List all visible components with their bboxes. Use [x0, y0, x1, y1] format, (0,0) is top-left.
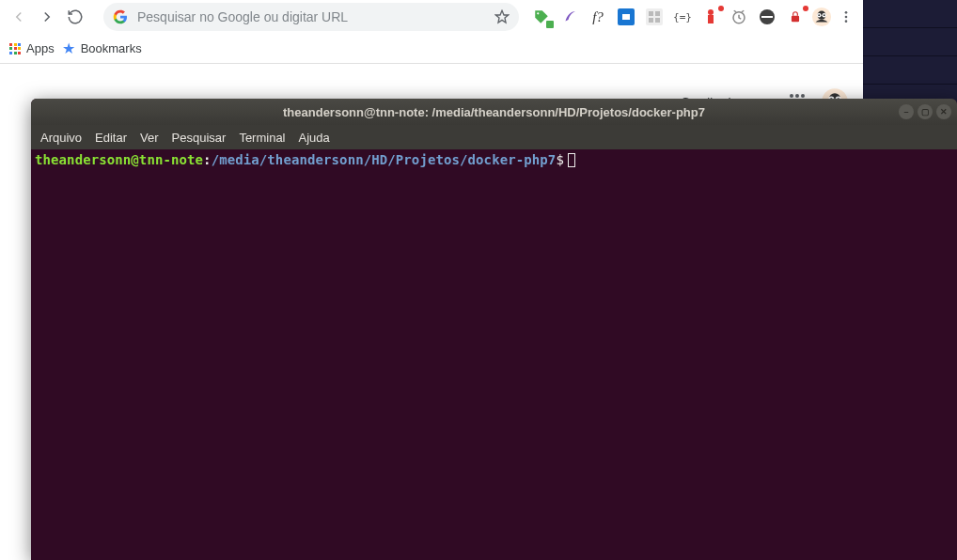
svg-rect-4	[649, 11, 653, 16]
svg-point-19	[824, 14, 825, 16]
prompt-path: /media/theandersonn/HD/Projetos/docker-p…	[212, 152, 557, 167]
apps-shortcut[interactable]: Apps	[9, 41, 55, 55]
menu-pesquisar[interactable]: Pesquisar	[172, 131, 227, 145]
window-controls: – ▢ ✕	[899, 104, 951, 119]
gray-grid-icon[interactable]	[645, 8, 664, 26]
minimize-button[interactable]: –	[899, 104, 914, 119]
green-tag-icon[interactable]	[532, 8, 551, 26]
forward-button[interactable]	[34, 4, 60, 30]
svg-rect-6	[649, 18, 653, 23]
svg-rect-3	[646, 8, 663, 25]
google-g-icon	[113, 9, 128, 24]
prompt-symbol: $	[556, 152, 564, 167]
omnibox[interactable]	[103, 3, 519, 31]
alarm-icon[interactable]	[730, 8, 748, 26]
maximize-button[interactable]: ▢	[918, 104, 933, 119]
braces-icon[interactable]: {=}	[673, 8, 692, 26]
bookmarks-label: Bookmarks	[81, 41, 142, 55]
svg-rect-12	[761, 16, 773, 18]
svg-rect-7	[655, 18, 660, 23]
terminal-cursor	[568, 153, 575, 167]
menu-ver[interactable]: Ver	[140, 131, 159, 145]
terminal-menubar: Arquivo Editar Ver Pesquisar Terminal Aj…	[31, 125, 957, 149]
menu-terminal[interactable]: Terminal	[239, 131, 285, 145]
red-lock-icon[interactable]	[786, 8, 805, 26]
svg-point-0	[537, 12, 539, 14]
terminal-body[interactable]: theandersonn@tnn-note:/media/theanderson…	[31, 149, 957, 560]
back-button[interactable]	[6, 4, 32, 30]
svg-point-20	[845, 11, 848, 14]
star-icon: ★	[62, 39, 75, 57]
close-button[interactable]: ✕	[936, 104, 951, 119]
blue-square-icon[interactable]	[617, 8, 635, 26]
svg-point-18	[818, 14, 820, 16]
svg-rect-2	[622, 14, 630, 20]
star-icon[interactable]	[494, 9, 510, 24]
svg-rect-5	[655, 11, 660, 16]
reload-button[interactable]	[62, 4, 88, 30]
svg-point-8	[708, 9, 714, 15]
red-figure-icon[interactable]	[701, 8, 720, 26]
bookmarks-shortcut[interactable]: ★ Bookmarks	[62, 39, 142, 57]
menu-ajuda[interactable]: Ajuda	[299, 131, 330, 145]
apps-icon	[9, 43, 21, 54]
terminal-window: theandersonn@tnn-note: /media/theanderso…	[31, 99, 957, 560]
omnibox-input[interactable]	[137, 9, 494, 24]
apps-label: Apps	[26, 41, 55, 55]
chrome-toolbar: f? {=}	[0, 0, 863, 34]
purple-feather-icon[interactable]	[560, 8, 579, 26]
svg-rect-9	[708, 15, 714, 23]
terminal-titlebar[interactable]: theandersonn@tnn-note: /media/theanderso…	[31, 99, 957, 125]
profile-avatar-small[interactable]	[810, 6, 833, 28]
menu-arquivo[interactable]: Arquivo	[40, 131, 82, 145]
f-question-icon[interactable]: f?	[588, 8, 607, 26]
menu-editar[interactable]: Editar	[95, 131, 127, 145]
bookmarks-bar: Apps ★ Bookmarks	[0, 34, 863, 64]
chrome-menu-button[interactable]	[835, 6, 857, 28]
svg-point-21	[845, 16, 848, 19]
svg-point-22	[845, 20, 848, 23]
extension-icons: f? {=}	[528, 8, 808, 26]
prompt-user-host: theandersonn@tnn-note	[35, 152, 203, 167]
prompt-colon: :	[203, 152, 212, 167]
terminal-title: theandersonn@tnn-note: /media/theanderso…	[283, 105, 705, 119]
svg-rect-13	[792, 16, 799, 22]
uban-icon[interactable]	[758, 8, 777, 26]
